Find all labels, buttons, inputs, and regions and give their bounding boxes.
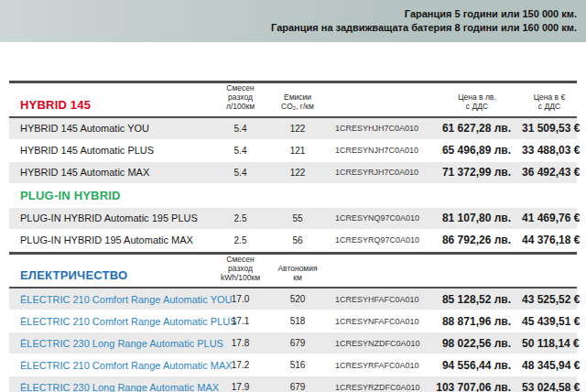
table-row: PLUG-IN HYBRID 195 Automatic MAX 2.5 56 … [9,230,577,251]
code-cell: 1CRESYNQ97C0A010 [330,213,432,223]
price-lv-cell: 81 107,80 лв. [432,212,522,224]
price-lv-cell: 71 372,99 лв. [432,166,522,179]
table-row: HYBRID 145 Automatic MAX 5.4 122 1CRESYR… [9,162,577,183]
price-eur-cell: 43 525,52 € [522,293,577,306]
price-eur-cell: 48 345,94 € [522,359,577,372]
section-title-plugin: PLUG-IN HYBRID [9,189,215,202]
column-header-consumption: Смесен разход л/100км [215,83,266,112]
column-header-price-eur: Цена в € с ДДС [522,93,577,111]
price-lv-cell: 103 707,06 лв. [432,381,522,392]
model-cell: HYBRID 145 Automatic PLUS [9,145,215,156]
consumption-cell: 5.4 [215,124,266,134]
price-eur-cell: 36 492,43 € [522,166,577,179]
emissions-cell: 55 [266,213,330,223]
column-header-autonomy: Автономия км [266,264,330,282]
emissions-cell: 122 [266,168,330,178]
autonomy-cell: 679 [266,338,330,348]
autonomy-cell: 516 [266,360,330,370]
code-cell: 1CRESYRJH7C0A010 [330,168,432,177]
code-cell: 1CRESYRFAFC0A010 [330,361,432,370]
table-row: PLUG-IN HYBRID Automatic 195 PLUS 2.5 55… [9,208,577,229]
emissions-cell: 56 [266,235,330,245]
model-cell: ĒLECTRIC 230 Long Range Automatic PLUS [9,338,215,349]
autonomy-cell: 679 [266,382,330,392]
table-row: ĒLECTRIC 230 Long Range Automatic MAX 17… [9,376,577,392]
model-cell: HYBRID 145 Automatic YOU [9,123,215,134]
autonomy-cell: 520 [266,294,330,304]
section-title-hybrid: HYBRID 145 [9,98,215,112]
table-row: ĒLECTRIC 210 Comfort Range Automatic MAX… [9,354,577,376]
emissions-cell: 122 [266,124,330,134]
price-eur-cell: 50 118,14 € [522,337,577,350]
code-cell: 1CRESYNZDFC0A010 [330,339,432,348]
table-row: HYBRID 145 Automatic YOU 5.4 122 1CRESYH… [9,118,577,139]
consumption-cell: 2.5 [215,235,266,245]
price-eur-cell: 33 488,03 € [522,144,577,157]
table-row: HYBRID 145 Automatic PLUS 5.4 121 1CRESY… [9,140,577,161]
price-lv-cell: 98 022,56 лв. [432,337,522,350]
consumption-cell: 5.4 [215,168,266,178]
table-row: ĒLECTRIC 230 Long Range Automatic PLUS 1… [9,332,577,354]
column-header-price-lv: Цена в лв. с ДДС [432,93,522,111]
section-header-electric: ЕЛЕКТРИЧЕСТВО Смесен разход kWh/100км Ав… [9,255,577,288]
section-header-plugin: PLUG-IN HYBRID [9,184,577,208]
warranty-banner: Гаранция 5 години или 150 000 км. Гаранц… [0,0,586,42]
consumption-cell: 17.9 [215,382,266,392]
code-cell: 1CRESYRQ97C0A010 [330,235,432,245]
warranty-line-2: Гаранция на задвижващата батерия 8 годин… [271,22,577,34]
section-title-electric: ЕЛЕКТРИЧЕСТВО [9,268,215,282]
price-eur-cell: 45 439,51 € [522,315,577,328]
warranty-line-1: Гаранция 5 години или 150 000 км. [405,8,577,20]
consumption-cell: 17.8 [215,338,266,348]
column-header-emissions: Емисии CO₂, г/км [266,93,330,111]
price-eur-cell: 44 376,18 € [522,234,577,246]
section-header-hybrid: HYBRID 145 Смесен разход л/100км Емисии … [9,83,577,116]
model-cell: ĒLECTRIC 210 Comfort Range Automatic PLU… [9,316,215,327]
price-lv-cell: 86 792,26 лв. [432,234,522,246]
consumption-cell: 17.2 [215,360,266,370]
code-cell: 1CRESYNFAFC0A010 [330,317,432,326]
consumption-cell: 2.5 [215,213,266,223]
price-lv-cell: 85 128,52 лв. [432,293,522,306]
code-cell: 1CRESYNJH7C0A010 [330,146,432,155]
model-cell: HYBRID 145 Automatic MAX [9,167,215,178]
model-cell: ĒLECTRIC 210 Comfort Range Automatic MAX [9,360,215,371]
price-eur-cell: 31 509,53 € [522,122,577,135]
autonomy-cell: 518 [266,316,330,326]
code-cell: 1CRESYHJH7C0A010 [330,124,432,133]
price-table: HYBRID 145 Смесен разход л/100км Емисии … [9,81,577,392]
emissions-cell: 121 [266,146,330,156]
column-header-consumption-kwh: Смесен разход kWh/100км [215,255,266,283]
price-lv-cell: 88 871,96 лв. [432,315,522,328]
model-cell: PLUG-IN HYBRID 195 Automatic MAX [9,234,215,245]
model-cell: ĒLECTRIC 210 Comfort Range Automatic YOU [9,294,215,305]
price-eur-cell: 53 024,58 € [522,381,577,392]
price-lv-cell: 94 556,44 лв. [432,359,522,372]
consumption-cell: 17.0 [215,294,266,304]
consumption-cell: 17.1 [215,316,266,326]
model-cell: ĒLECTRIC 230 Long Range Automatic MAX [9,382,215,392]
price-eur-cell: 41 469,76 € [522,212,577,224]
model-cell: PLUG-IN HYBRID Automatic 195 PLUS [9,212,215,223]
consumption-cell: 5.4 [215,146,266,156]
price-lv-cell: 61 627,28 лв. [432,122,522,135]
table-row: ĒLECTRIC 210 Comfort Range Automatic PLU… [9,310,577,332]
price-lv-cell: 65 496,89 лв. [432,144,522,157]
table-row: ĒLECTRIC 210 Comfort Range Automatic YOU… [9,289,577,310]
code-cell: 1CRESYRZDFC0A010 [330,383,432,392]
code-cell: 1CRESYHFAFC0A010 [330,295,432,304]
